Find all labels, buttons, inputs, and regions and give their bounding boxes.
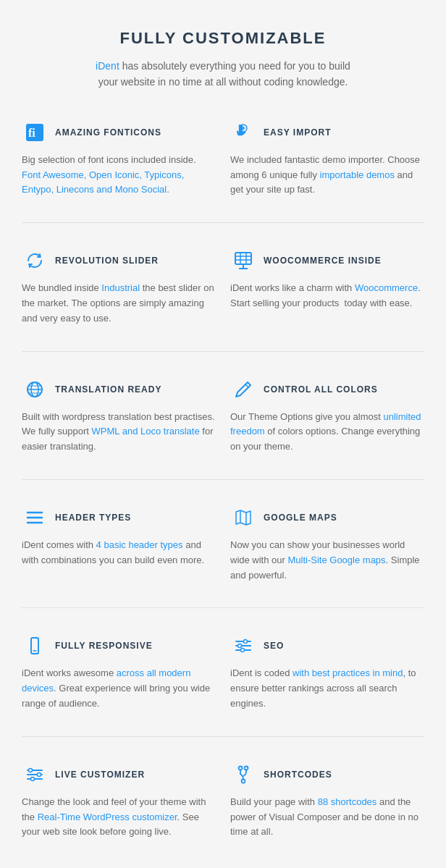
feature-seo: SEO iDent is coded with best practices i… [230, 633, 424, 711]
features-grid: fi AMAZING FONTICONS Big selection of fo… [22, 119, 424, 840]
feature-shortcodes-desc: Build your page with 88 shortcodes and t… [230, 795, 424, 840]
feature-easy-import: EASY IMPORT We included fantastic demo i… [230, 119, 424, 198]
divider-2 [22, 351, 424, 352]
svg-point-35 [31, 777, 35, 780]
svg-line-15 [245, 384, 248, 387]
svg-point-29 [241, 649, 245, 652]
importable-demos-link[interactable]: importable demos [320, 169, 395, 180]
feature-fonticons-header: fi AMAZING FONTICONS [22, 119, 216, 146]
feature-shortcodes: SHORTCODES Build your page with 88 short… [230, 762, 424, 840]
feature-live-customizer: LIVE CUSTOMIZER Change the look and feel… [22, 762, 216, 840]
best-practices-link[interactable]: with best practices in mind [293, 667, 403, 678]
divider-5 [22, 736, 424, 737]
fontawesome-link[interactable]: Font Awesome, Open Iconic, Typicons, Ent… [22, 169, 184, 195]
mobile-icon [22, 633, 48, 659]
feature-colors-desc: Our Theme Options give you almost unlimi… [230, 410, 424, 455]
feature-responsive: FULLY RESPONSIVE iDent works awesome acr… [22, 633, 216, 711]
ident-link[interactable]: iDent [96, 60, 119, 72]
feature-colors: CONTROL ALL COLORS Our Theme Options giv… [230, 376, 424, 455]
feature-google-maps: GOOGLE MAPS Now you can show your busine… [230, 505, 424, 583]
google-maps-link[interactable]: Multi-Site Google maps [287, 555, 385, 565]
feature-shortcodes-header: SHORTCODES [230, 762, 424, 788]
svg-point-28 [244, 640, 248, 644]
svg-point-27 [238, 644, 242, 648]
feature-woocommerce: WOOCOMMERCE INSIDE iDent works like a ch… [230, 248, 424, 326]
feature-seo-header: SEO [230, 633, 424, 659]
globe-icon [22, 376, 48, 403]
feature-live-customizer-desc: Change the look and feel of your theme w… [22, 795, 216, 840]
divider-4 [22, 607, 424, 608]
fork-icon [230, 762, 256, 788]
feature-responsive-header: FULLY RESPONSIVE [22, 633, 216, 659]
modern-devices-link[interactable]: across all modern devices [22, 667, 190, 694]
feature-live-customizer-title: LIVE CUSTOMIZER [55, 770, 145, 780]
feature-shortcodes-title: SHORTCODES [264, 770, 332, 780]
feature-woocommerce-title: WOOCOMMERCE INSIDE [264, 256, 382, 266]
page-description: iDent has absolutely everything you need… [93, 58, 353, 90]
feature-translation-desc: Built with wordpress translation best pr… [22, 410, 216, 455]
feature-responsive-desc: iDent works awesome across all modern de… [22, 666, 216, 711]
svg-marker-19 [236, 510, 251, 525]
shortcodes-link[interactable]: 88 shortcodes [318, 796, 377, 807]
divider-1 [22, 222, 424, 223]
header-types-link[interactable]: 4 basic header types [96, 539, 183, 550]
feature-revolution-slider: REVOLUTION SLIDER We bundled inside Indu… [22, 248, 216, 326]
feature-fonticons: fi AMAZING FONTICONS Big selection of fo… [22, 119, 216, 198]
feature-easy-import-title: EASY IMPORT [264, 127, 331, 138]
map-icon [230, 505, 256, 531]
feature-seo-title: SEO [264, 641, 284, 651]
feature-revolution-slider-desc: We bundled inside Industrial the best sl… [22, 281, 216, 326]
feature-google-maps-header: GOOGLE MAPS [230, 505, 424, 531]
feature-seo-desc: iDent is coded with best practices in mi… [230, 666, 424, 711]
page-title: FULLY CUSTOMIZABLE [22, 29, 424, 48]
fonticons-icon: fi [22, 119, 48, 146]
sliders-icon [22, 762, 48, 788]
page-header: FULLY CUSTOMIZABLE iDent has absolutely … [22, 29, 424, 90]
feature-translation-header: TRANSLATION READY [22, 376, 216, 403]
feature-easy-import-desc: We included fantastic demo importer. Cho… [230, 153, 424, 198]
svg-rect-3 [235, 253, 251, 264]
feature-google-maps-title: GOOGLE MAPS [264, 513, 337, 523]
refresh-icon [22, 248, 48, 274]
equalizer-icon [230, 633, 256, 659]
feature-header-types-desc: iDent comes with 4 basic header types an… [22, 538, 216, 568]
wpml-link[interactable]: WPML and Loco translate [92, 426, 200, 437]
cart-icon [230, 248, 256, 274]
pencil-icon [230, 376, 256, 403]
feature-woocommerce-header: WOOCOMMERCE INSIDE [230, 248, 424, 274]
feature-colors-title: CONTROL ALL COLORS [264, 384, 378, 395]
unlimited-freedom-link[interactable]: unlimited freedom [230, 411, 421, 437]
feature-google-maps-desc: Now you can show your businesses world w… [230, 538, 424, 583]
svg-point-34 [38, 772, 41, 776]
feature-fonticons-title: AMAZING FONTICONS [55, 127, 161, 138]
industrial-link[interactable]: Industrial [101, 282, 140, 293]
feature-colors-header: CONTROL ALL COLORS [230, 376, 424, 403]
feature-revolution-slider-header: REVOLUTION SLIDER [22, 248, 216, 274]
hand-pointer-icon [230, 119, 256, 146]
feature-translation-title: TRANSLATION READY [55, 384, 161, 395]
feature-woocommerce-desc: iDent works like a charm with Woocommerc… [230, 281, 424, 311]
svg-text:fi: fi [28, 127, 35, 139]
feature-easy-import-header: EASY IMPORT [230, 119, 424, 146]
customizer-link[interactable]: Real-Time WordPress customizer [38, 812, 177, 822]
menu-icon [22, 505, 48, 531]
feature-header-types-header: HEADER TYPES [22, 505, 216, 531]
feature-header-types: HEADER TYPES iDent comes with 4 basic he… [22, 505, 216, 583]
page: FULLY CUSTOMIZABLE iDent has absolutely … [0, 0, 446, 868]
feature-header-types-title: HEADER TYPES [55, 513, 131, 523]
woocommerce-link[interactable]: Woocommerce [355, 282, 418, 293]
feature-fonticons-desc: Big selection of font icons included ins… [22, 153, 216, 198]
feature-translation: TRANSLATION READY Built with wordpress t… [22, 376, 216, 455]
feature-responsive-title: FULLY RESPONSIVE [55, 641, 153, 651]
feature-live-customizer-header: LIVE CUSTOMIZER [22, 762, 216, 788]
svg-point-33 [29, 768, 33, 772]
feature-revolution-slider-title: REVOLUTION SLIDER [55, 256, 159, 266]
divider-3 [22, 479, 424, 480]
